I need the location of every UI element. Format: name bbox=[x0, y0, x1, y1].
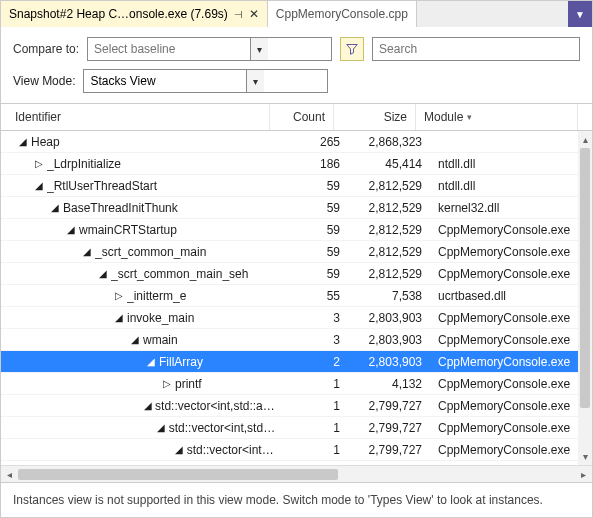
header-identifier[interactable]: Identifier bbox=[1, 104, 270, 130]
tree-collapse-icon[interactable]: ◢ bbox=[49, 202, 61, 213]
cell-identifier: ◢FillArray bbox=[1, 355, 284, 369]
cell-module: CppMemoryConsole.exe bbox=[430, 311, 592, 325]
header-count[interactable]: Count bbox=[270, 104, 334, 130]
tree-collapse-icon[interactable]: ◢ bbox=[156, 422, 167, 433]
cell-count: 59 bbox=[284, 201, 348, 215]
table-row[interactable]: ◢BaseThreadInitThunk592,812,529kernel32.… bbox=[1, 197, 592, 219]
table-row[interactable]: ◢std::vector<int,std::alloc…12,799,727Cp… bbox=[1, 395, 592, 417]
cell-module: ucrtbased.dll bbox=[430, 289, 592, 303]
cell-size: 4,132 bbox=[348, 377, 430, 391]
cell-size: 2,799,727 bbox=[348, 443, 430, 457]
status-footer: Instances view is not supported in this … bbox=[1, 482, 592, 517]
tree-collapse-icon[interactable]: ◢ bbox=[81, 246, 93, 257]
cell-count: 1 bbox=[284, 399, 348, 413]
table-row[interactable]: ◢invoke_main32,803,903CppMemoryConsole.e… bbox=[1, 307, 592, 329]
cell-identifier: ◢wmainCRTStartup bbox=[1, 223, 284, 237]
table-row[interactable]: ◢Heap2652,868,323 bbox=[1, 131, 592, 153]
cell-module: CppMemoryConsole.exe bbox=[430, 245, 592, 259]
table-row[interactable]: ◢wmain32,803,903CppMemoryConsole.exe bbox=[1, 329, 592, 351]
cell-count: 59 bbox=[284, 245, 348, 259]
cell-count: 186 bbox=[284, 157, 348, 171]
cell-module: CppMemoryConsole.exe bbox=[430, 443, 592, 457]
cell-module: kernel32.dll bbox=[430, 201, 592, 215]
cell-count: 1 bbox=[284, 443, 348, 457]
cell-count: 59 bbox=[284, 179, 348, 193]
vscroll-track[interactable] bbox=[578, 148, 592, 448]
close-icon[interactable]: ✕ bbox=[249, 7, 259, 21]
scroll-left-icon[interactable]: ◂ bbox=[1, 466, 18, 483]
scroll-right-icon[interactable]: ▸ bbox=[575, 466, 592, 483]
tab-source-file[interactable]: CppMemoryConsole.cpp bbox=[267, 1, 417, 27]
search-box[interactable] bbox=[372, 37, 580, 61]
tree-expand-icon[interactable]: ▷ bbox=[33, 158, 45, 169]
footer-text: Instances view is not supported in this … bbox=[13, 493, 543, 507]
cell-count: 2 bbox=[284, 355, 348, 369]
tree-collapse-icon[interactable]: ◢ bbox=[174, 444, 185, 455]
cell-identifier: ◢_scrt_common_main_seh bbox=[1, 267, 284, 281]
filter-icon bbox=[346, 43, 358, 55]
hscroll-thumb[interactable] bbox=[18, 469, 338, 480]
tree-collapse-icon[interactable]: ◢ bbox=[33, 180, 45, 191]
identifier-label: Heap bbox=[31, 135, 60, 149]
header-size[interactable]: Size bbox=[334, 104, 416, 130]
tree-collapse-icon[interactable]: ◢ bbox=[97, 268, 109, 279]
table-row[interactable]: ▷_LdrpInitialize18645,414ntdll.dll bbox=[1, 153, 592, 175]
cell-module: CppMemoryConsole.exe bbox=[430, 267, 592, 281]
table-row[interactable]: ◢wmainCRTStartup592,812,529CppMemoryCons… bbox=[1, 219, 592, 241]
cell-identifier: ◢std::vector<int,std::al… bbox=[1, 421, 284, 435]
chevron-down-icon: ▼ bbox=[575, 9, 585, 20]
search-input[interactable] bbox=[373, 38, 579, 60]
view-mode-label: View Mode: bbox=[13, 74, 75, 88]
horizontal-scrollbar[interactable]: ◂ ▸ bbox=[1, 465, 592, 482]
pin-icon[interactable]: ⊣ bbox=[234, 9, 243, 20]
cell-identifier: ◢Heap bbox=[1, 135, 284, 149]
table-row[interactable]: ◢FillArray22,803,903CppMemoryConsole.exe bbox=[1, 351, 592, 373]
table-row[interactable]: ▷_initterm_e557,538ucrtbased.dll bbox=[1, 285, 592, 307]
baseline-input[interactable] bbox=[88, 38, 250, 60]
baseline-drop-icon[interactable]: ▾ bbox=[250, 38, 268, 60]
tab-snapshot[interactable]: Snapshot#2 Heap C…onsole.exe (7.69s) ⊣ ✕ bbox=[1, 1, 267, 27]
cell-count: 55 bbox=[284, 289, 348, 303]
filter-button[interactable] bbox=[340, 37, 364, 61]
cell-size: 2,868,323 bbox=[348, 135, 430, 149]
tree-collapse-icon[interactable]: ◢ bbox=[129, 334, 141, 345]
cell-module: CppMemoryConsole.exe bbox=[430, 377, 592, 391]
tree-collapse-icon[interactable]: ◢ bbox=[113, 312, 125, 323]
scroll-down-icon[interactable]: ▾ bbox=[578, 448, 592, 465]
viewmode-toolbar: View Mode: ▾ bbox=[1, 63, 592, 103]
cell-size: 2,799,727 bbox=[348, 399, 430, 413]
tree-expand-icon[interactable]: ▷ bbox=[113, 290, 125, 301]
table-row[interactable]: ◢_scrt_common_main592,812,529CppMemoryCo… bbox=[1, 241, 592, 263]
tree-collapse-icon[interactable]: ◢ bbox=[143, 400, 154, 411]
baseline-combo[interactable]: ▾ bbox=[87, 37, 332, 61]
cell-count: 59 bbox=[284, 223, 348, 237]
table-row[interactable]: ◢std::vector<int,st…12,799,727CppMemoryC… bbox=[1, 439, 592, 461]
tree-expand-icon[interactable]: ▷ bbox=[161, 378, 173, 389]
viewmode-drop-icon[interactable]: ▾ bbox=[246, 70, 264, 92]
cell-count: 1 bbox=[284, 421, 348, 435]
table-row[interactable]: ◢_scrt_common_main_seh592,812,529CppMemo… bbox=[1, 263, 592, 285]
viewmode-value[interactable] bbox=[84, 70, 246, 92]
cell-module: CppMemoryConsole.exe bbox=[430, 399, 592, 413]
tree-collapse-icon[interactable]: ◢ bbox=[145, 356, 157, 367]
hscroll-track[interactable] bbox=[18, 466, 575, 482]
cell-size: 2,799,727 bbox=[348, 421, 430, 435]
table-row[interactable]: ◢std::vector<int,std::al…12,799,727CppMe… bbox=[1, 417, 592, 439]
identifier-label: _scrt_common_main_seh bbox=[111, 267, 248, 281]
cell-identifier: ◢invoke_main bbox=[1, 311, 284, 325]
tree-collapse-icon[interactable]: ◢ bbox=[17, 136, 29, 147]
tree-collapse-icon[interactable]: ◢ bbox=[65, 224, 77, 235]
tab-overflow[interactable]: ▼ bbox=[568, 1, 592, 27]
scroll-up-icon[interactable]: ▴ bbox=[578, 131, 592, 148]
header-module[interactable]: Module▾ bbox=[416, 104, 578, 130]
vertical-scrollbar[interactable]: ▴ ▾ bbox=[578, 131, 592, 465]
identifier-label: std::vector<int,std::al… bbox=[169, 421, 276, 435]
table-row[interactable]: ◢_RtlUserThreadStart592,812,529ntdll.dll bbox=[1, 175, 592, 197]
cell-count: 3 bbox=[284, 311, 348, 325]
vscroll-thumb[interactable] bbox=[580, 148, 590, 408]
cell-identifier: ◢BaseThreadInitThunk bbox=[1, 201, 284, 215]
cell-module: CppMemoryConsole.exe bbox=[430, 223, 592, 237]
compare-toolbar: Compare to: ▾ bbox=[1, 27, 592, 63]
table-row[interactable]: ▷printf14,132CppMemoryConsole.exe bbox=[1, 373, 592, 395]
viewmode-combo[interactable]: ▾ bbox=[83, 69, 328, 93]
